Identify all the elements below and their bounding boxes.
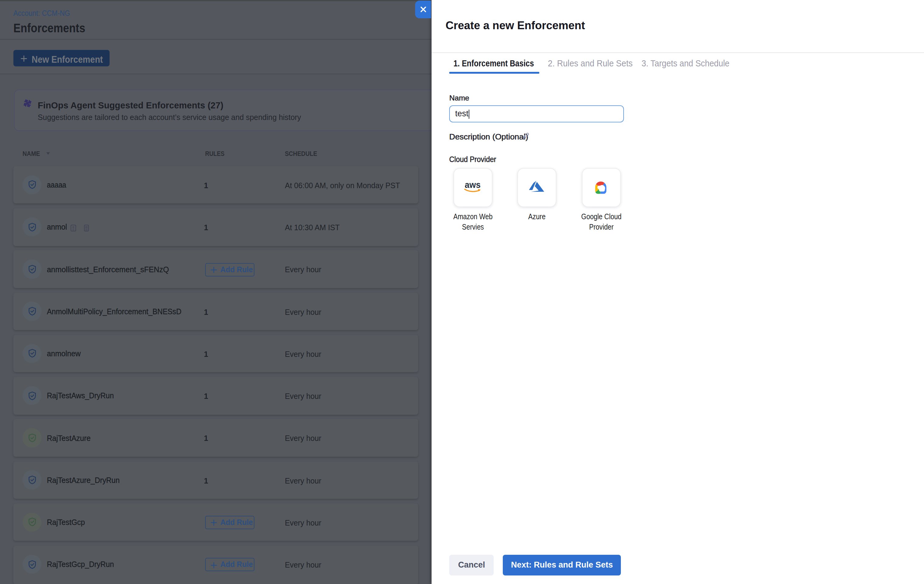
svg-text:aws: aws	[465, 180, 480, 189]
